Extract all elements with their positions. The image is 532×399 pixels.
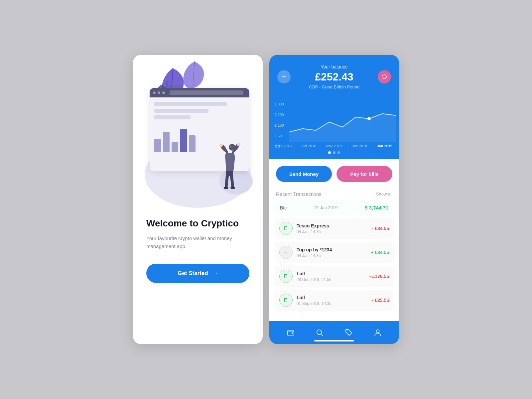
welcome-screen: Welcome to Cryptico Your favourite crypt… <box>133 55 263 344</box>
svg-point-12 <box>376 330 379 333</box>
svg-point-2 <box>237 143 240 146</box>
transaction-row[interactable]: +Top up by *123404 Jan, 14:35+ £34.55 <box>275 242 394 263</box>
tx-info: Top up by *123404 Jan, 14:35 <box>297 247 367 258</box>
svg-point-1 <box>219 144 223 147</box>
transactions-header: Recent Transactions Show all <box>275 187 394 200</box>
tx-name: Lidl <box>297 295 368 300</box>
balance-amount: £252.43 <box>309 71 359 83</box>
nav-search-button[interactable] <box>312 325 328 340</box>
svg-point-5 <box>230 146 231 147</box>
chart-area: £ 300 £ 200 £ 100 £ 50 £ 0 Sep 2018 O <box>269 99 399 159</box>
wallet-icon <box>287 330 294 335</box>
chart-x-labels: Sep 2018 Oct 2018 Nov 2018 Dec 2018 Jan … <box>269 142 399 148</box>
illustration-area <box>133 55 263 214</box>
dot-1 <box>328 151 331 154</box>
svg-point-4 <box>230 187 235 189</box>
tx-date: 04 Jan, 14:35 <box>297 229 368 234</box>
tx-icon: + <box>279 246 293 259</box>
home-indicator <box>314 340 354 341</box>
svg-point-3 <box>224 187 228 189</box>
tx-amount: - £34.55 <box>372 226 389 231</box>
balance-header: + Your balance £252.43 GBP - Great Briti… <box>269 55 399 99</box>
nav-wallet-button[interactable] <box>283 325 299 340</box>
tx-info: Tesco Express04 Jan, 14:35 <box>297 223 368 234</box>
balance-label: Your balance <box>309 64 359 69</box>
leaf-2-icon <box>183 62 206 91</box>
tx-date: 01 Sep 2018, 14:35 <box>297 301 368 306</box>
balance-currency: GBP - Great British Pound <box>309 84 359 89</box>
tx-amount: - £176.55 <box>369 274 389 279</box>
tx-info: Lidl01 Sep 2018, 14:35 <box>297 295 368 306</box>
transaction-row[interactable]: 🗓Lidl01 Sep 2018, 14:35- £25.55 <box>275 290 394 311</box>
btc-transaction-row[interactable]: Btc 19 Jan 2019 $ 3,744.71 <box>275 200 394 215</box>
get-started-label: Get Started <box>178 270 208 277</box>
transactions-section: Recent Transactions Show all Btc 19 Jan … <box>269 187 399 321</box>
btc-date: 19 Jan 2019 <box>314 205 338 210</box>
nav-profile-button[interactable] <box>370 325 386 340</box>
tx-name: Tesco Express <box>297 223 368 228</box>
bottom-navigation <box>269 321 399 344</box>
chart-svg: £ 300 £ 200 £ 100 £ 50 £ 0 <box>269 99 399 142</box>
chart-pagination-dots <box>269 151 399 154</box>
person-illustration <box>216 141 243 195</box>
refresh-icon <box>381 73 388 80</box>
arrow-right-icon: → <box>212 270 218 277</box>
balance-center: Your balance £252.43 GBP - Great British… <box>309 64 359 89</box>
nav-tag-button[interactable] <box>341 325 357 340</box>
transactions-title: Recent Transactions <box>276 191 322 197</box>
svg-point-11 <box>346 331 347 332</box>
profile-icon <box>374 329 381 336</box>
tx-icon: 🗓 <box>279 294 293 307</box>
transaction-row[interactable]: 🗓Lidl28 Dec 2018, 21:56- £176.55 <box>275 266 394 287</box>
welcome-content: Welcome to Cryptico Your favourite crypt… <box>133 218 263 283</box>
transaction-list: 🗓Tesco Express04 Jan, 14:35- £34.55+Top … <box>275 218 394 311</box>
dot-2 <box>333 151 335 154</box>
tx-name: Top up by *1234 <box>297 247 367 252</box>
x-label-oct: Oct 2018 <box>302 144 317 148</box>
tx-icon: 🗓 <box>279 270 293 283</box>
browser-bar <box>150 88 249 97</box>
btc-amount: $ 3,744.71 <box>365 205 388 210</box>
refresh-button[interactable] <box>378 70 391 83</box>
tag-icon <box>345 329 352 336</box>
x-label-nov: Nov 2018 <box>326 144 342 148</box>
welcome-title: Welcome to Cryptico <box>146 218 239 229</box>
dot-3 <box>337 151 340 154</box>
tx-icon: 🗓 <box>279 222 293 235</box>
pay-bills-button[interactable]: Pay for bills <box>336 166 392 182</box>
welcome-subtitle: Your favourite crypto wallet and money m… <box>146 234 249 250</box>
svg-rect-8 <box>292 332 293 334</box>
dashboard-screen: + Your balance £252.43 GBP - Great Briti… <box>269 55 399 344</box>
tx-amount: - £25.55 <box>372 298 389 303</box>
btc-name: Btc <box>280 205 287 210</box>
transaction-row[interactable]: 🗓Tesco Express04 Jan, 14:35- £34.55 <box>275 218 394 239</box>
x-label-jan: Jan 2019 <box>377 144 392 148</box>
get-started-button[interactable]: Get Started → <box>146 264 249 283</box>
tx-date: 28 Dec 2018, 21:56 <box>297 277 365 282</box>
y-label-0: £ 0 <box>275 145 284 149</box>
send-money-button[interactable]: Send Money <box>276 166 332 182</box>
tx-name: Lidl <box>297 271 365 276</box>
svg-line-10 <box>321 334 323 335</box>
action-buttons: Send Money Pay for bills <box>269 159 399 187</box>
search-icon <box>316 329 323 336</box>
line-chart <box>269 99 399 142</box>
balance-top-row: + Your balance £252.43 GBP - Great Briti… <box>277 64 391 89</box>
tx-date: 04 Jan, 14:35 <box>297 253 367 258</box>
x-label-dec: Dec 2018 <box>351 144 367 148</box>
add-button[interactable]: + <box>277 70 291 83</box>
tx-info: Lidl28 Dec 2018, 21:56 <box>297 271 365 282</box>
tx-amount: + £34.55 <box>371 250 389 255</box>
show-all-button[interactable]: Show all <box>376 192 392 197</box>
